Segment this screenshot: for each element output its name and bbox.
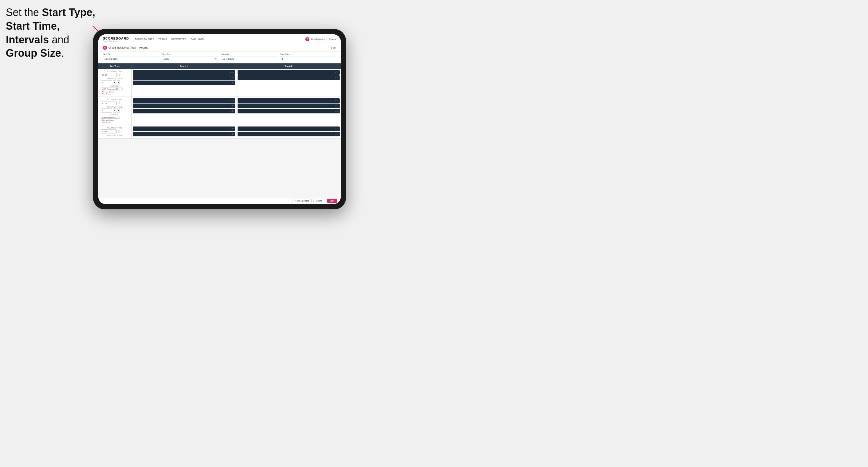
player-x-icon[interactable]: ×: [335, 71, 336, 73]
player-x-icon[interactable]: ×: [335, 77, 336, 79]
player-x-icon[interactable]: ×: [335, 128, 336, 130]
player-expand-icon[interactable]: ⊙: [232, 110, 234, 112]
start-time-label: Start Time: [162, 53, 218, 55]
remove-group-2[interactable]: ○ Remove Group: [101, 119, 129, 121]
starting-time-input-1[interactable]: [101, 73, 117, 77]
player-expand-icon[interactable]: ⊙: [232, 76, 234, 79]
tee-table-body: STARTING TIME: 🕐 STARTING HOLE: ▲ ▼ COUR…: [98, 69, 341, 197]
nav-rankings[interactable]: RANKINGS: [190, 38, 204, 40]
player-row-1-1-3: × ⊙: [133, 81, 235, 85]
hole-up-2[interactable]: ▲: [113, 108, 116, 113]
player-row-2-2-1: × ⊙: [238, 98, 340, 103]
course-icon-2: ⛳: [102, 116, 103, 118]
group-1-team1: × ⊙ × ⊙ × ⊙: [132, 69, 237, 97]
instruction-suffix1: and: [49, 34, 69, 45]
player-x-icon[interactable]: ×: [230, 77, 231, 79]
player-row-1-1-1: × ⊙: [133, 70, 235, 75]
player-row-1-1-2: × ⊙: [133, 75, 235, 80]
player-x-icon[interactable]: ×: [230, 71, 231, 73]
player-x-icon[interactable]: ×: [335, 100, 336, 102]
starting-time-input-3[interactable]: [101, 129, 117, 133]
starting-time-input-2[interactable]: [101, 101, 117, 105]
player-expand-icon[interactable]: ⊙: [232, 82, 234, 84]
player-expand-icon[interactable]: ⊙: [337, 71, 339, 73]
group-row-2: STARTING TIME: 🕐 STARTING HOLE: ▲ ▼ COUR…: [98, 97, 341, 125]
add-group-1[interactable]: + Add Group: [101, 93, 129, 95]
player-expand-icon[interactable]: ⊙: [337, 99, 339, 102]
group-row-3: STARTING TIME: 🕐 STARTING HOLE: × ⊙: [98, 125, 341, 139]
tablet-frame: SCOREBOARD Powered by clippd TOURNAMENTS…: [93, 29, 346, 209]
sign-out-link[interactable]: Sign out: [329, 38, 336, 40]
player-expand-icon[interactable]: ⊙: [337, 110, 339, 112]
course-label-1: COURSE:: [101, 85, 129, 87]
back-button[interactable]: ‹ Back: [330, 46, 336, 49]
start-type-label: Start Type: [103, 53, 159, 55]
player-expand-icon[interactable]: ⊙: [232, 133, 234, 135]
player-expand-icon[interactable]: ⊙: [232, 128, 234, 130]
course-tag-1: ⛳ (A) Peachtree GC × ▼: [101, 88, 123, 90]
player-row-2-2-3: × ⊙: [238, 109, 340, 114]
nav-tournaments[interactable]: TOURNAMENTS: [135, 38, 154, 40]
instruction-group-size: Group Size: [6, 47, 61, 59]
intervals-label: Intervals: [221, 53, 277, 55]
remove-group-label-2: Remove Group: [102, 119, 114, 121]
controls-row: Start Type 1st Tee Start Start Time 🕐 In…: [98, 52, 341, 63]
reset-changes-button[interactable]: Reset Changes: [292, 198, 312, 203]
course-expand-2[interactable]: ▼: [117, 116, 119, 118]
remove-group-label-1: Remove Group: [102, 91, 114, 93]
group-3-team1: × ⊙ × ⊙: [132, 125, 237, 138]
nav-committee[interactable]: COMMITTEE: [171, 38, 187, 40]
navbar: SCOREBOARD Powered by clippd TOURNAMENTS…: [98, 34, 341, 44]
remove-group-1[interactable]: ○ Remove Group: [101, 91, 129, 93]
player-expand-icon[interactable]: ⊙: [337, 128, 339, 130]
clock-icon: 🕐: [214, 58, 217, 60]
starting-hole-input-2[interactable]: [101, 108, 112, 113]
course-icon-1: ⛳: [102, 88, 103, 90]
logo-text: SCOREBOARD: [103, 37, 129, 40]
player-row-3-1-1: × ⊙: [133, 126, 235, 131]
cancel-button[interactable]: Cancel: [313, 198, 325, 203]
player-x-icon[interactable]: ×: [335, 110, 336, 112]
player-expand-icon[interactable]: ⊙: [232, 99, 234, 102]
breadcrumb-tournament: Clippd Invitational (Mar): [108, 46, 136, 49]
nav-teams[interactable]: TEAMS: [158, 38, 167, 40]
course-remove-1[interactable]: ×: [119, 88, 120, 90]
group-2-teams: × ⊙ × ⊙ × ⊙: [132, 97, 341, 125]
start-type-select[interactable]: 1st Tee Start: [103, 56, 159, 61]
start-time-input[interactable]: [162, 56, 218, 61]
course-label-2: COURSE:: [101, 114, 129, 115]
player-x-icon[interactable]: ×: [230, 105, 231, 107]
course-expand-1[interactable]: ▼: [120, 88, 122, 90]
player-expand-icon[interactable]: ⊙: [232, 105, 234, 107]
player-x-icon[interactable]: ×: [230, 128, 231, 130]
group-1-team2: × ⊙ × ⊙: [237, 69, 341, 97]
player-x-icon[interactable]: ×: [230, 100, 231, 102]
player-row-3-2-2: × ⊙: [238, 132, 340, 136]
player-x-icon[interactable]: ×: [230, 133, 231, 135]
start-time-group: Start Time 🕐: [162, 53, 218, 61]
hole-up-1[interactable]: ▲: [113, 80, 116, 84]
player-x-icon[interactable]: ×: [335, 105, 336, 107]
col-team1: Team 1: [132, 63, 237, 69]
player-expand-icon[interactable]: ⊙: [337, 76, 339, 79]
user-avatar: B: [305, 37, 309, 41]
player-row-2-2-2: × ⊙: [238, 103, 340, 108]
group-size-input[interactable]: [280, 56, 336, 61]
time-clock-icon-1: 🕐: [118, 74, 120, 76]
course-remove-2[interactable]: ×: [116, 116, 117, 118]
player-x-icon[interactable]: ×: [335, 133, 336, 135]
player-expand-icon[interactable]: ⊙: [232, 71, 234, 73]
add-group-2[interactable]: + Add Group: [101, 121, 129, 123]
hole-down-2[interactable]: ▼: [117, 108, 120, 113]
player-row-3-2-1: × ⊙: [238, 126, 340, 131]
intervals-select[interactable]: 10 Minutes: [221, 56, 277, 61]
player-x-icon[interactable]: ×: [230, 110, 231, 112]
player-expand-icon[interactable]: ⊙: [337, 105, 339, 107]
player-x-icon[interactable]: ×: [230, 82, 231, 84]
add-group-label-2: + Add Group: [101, 121, 111, 123]
player-expand-icon[interactable]: ⊙: [337, 133, 339, 135]
save-button[interactable]: Save: [327, 199, 337, 203]
starting-hole-input-1[interactable]: [101, 80, 112, 84]
group-3-team2: × ⊙ × ⊙: [237, 125, 341, 138]
hole-down-1[interactable]: ▼: [117, 80, 120, 84]
